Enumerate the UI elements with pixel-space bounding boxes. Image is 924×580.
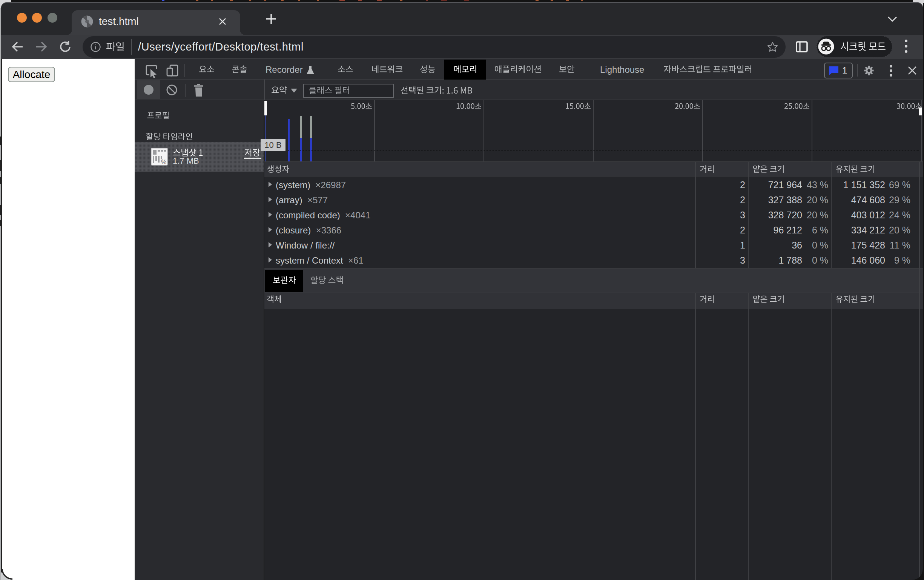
svg-text:%: % <box>161 159 166 165</box>
